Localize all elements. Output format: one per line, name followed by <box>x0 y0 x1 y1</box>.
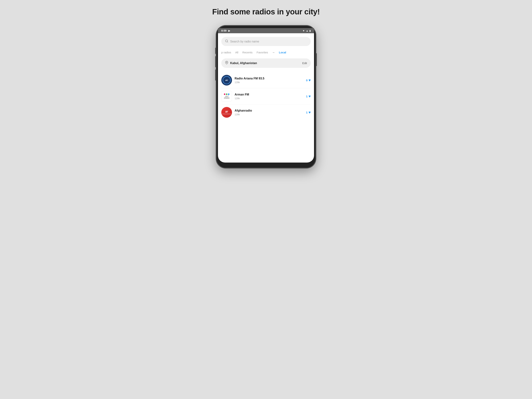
phone-frame: 8:59 ▶ ▼ ▲ ▮ Search by radio name <box>216 25 316 168</box>
search-placeholder: Search by radio name <box>230 40 259 43</box>
favorites-count: 1 <box>306 95 308 98</box>
tab-favorites[interactable]: Favorites <box>257 50 268 55</box>
radio-name: Radio Ariana FM 93.5 <box>234 77 304 80</box>
status-time: 8:59 <box>221 29 227 32</box>
tab-arrow: → <box>272 51 275 54</box>
radio-info-afghan: Afghanradio 128k <box>234 109 304 116</box>
radio-name: Arman FM <box>234 93 304 96</box>
status-icons: ▼ ▲ ▮ <box>302 29 311 32</box>
favorites-count: 1 <box>306 111 308 114</box>
radio-logo-ariana: atr <box>221 75 232 86</box>
radio-item-arman[interactable]: آرمانARMAN Arman FM 128k 1 ♥ <box>221 88 311 104</box>
status-bar: 8:59 ▶ ▼ ▲ ▮ <box>218 28 314 33</box>
radio-info-ariana: Radio Ariana FM 93.5 128k <box>234 77 304 84</box>
location-name: Kabul, Afghanistan <box>230 62 257 65</box>
phone-side-buttons-left <box>215 48 216 81</box>
tab-all[interactable]: All <box>235 50 238 55</box>
phone-screen: Search by radio name p radios All Recent… <box>218 33 314 163</box>
power-button <box>215 48 216 54</box>
radio-item-ariana[interactable]: atr Radio Ariana FM 93.5 128k 0 ♥ <box>221 72 311 88</box>
svg-line-1 <box>227 42 228 42</box>
volume-down-button <box>215 70 216 81</box>
tab-top-radios[interactable]: p radios <box>221 50 231 55</box>
svg-point-2 <box>226 62 227 63</box>
volume-up-button <box>215 56 216 67</box>
radio-bitrate: 128k <box>234 81 304 84</box>
radio-list: atr Radio Ariana FM 93.5 128k 0 ♥ <box>221 72 311 120</box>
tab-recents[interactable]: Recents <box>242 50 253 55</box>
location-bar[interactable]: Kabul, Afghanistan Edit <box>221 58 311 68</box>
radio-item-afghan[interactable]: ar AFGHANRADIO Afghanradio 128k 1 ♥ <box>221 104 311 120</box>
screen-content: Search by radio name p radios All Recent… <box>218 33 314 124</box>
radio-favorites-arman[interactable]: 1 ♥ <box>306 94 311 98</box>
radio-favorites-ariana[interactable]: 0 ♥ <box>306 78 311 82</box>
favorites-count: 0 <box>306 79 308 82</box>
radio-name: Afghanradio <box>234 109 304 112</box>
signal-icon: ▲ <box>306 29 308 32</box>
right-button <box>316 53 317 66</box>
location-pin-icon <box>225 61 228 65</box>
radio-favorites-afghan[interactable]: 1 ♥ <box>306 110 311 114</box>
search-icon <box>225 39 228 44</box>
page-title: Find some radios in your city! <box>212 7 320 16</box>
radio-logo-afghan: ar AFGHANRADIO <box>221 107 232 118</box>
phone-side-buttons-right <box>316 53 317 66</box>
radio-bitrate: 128k <box>234 113 304 116</box>
battery-icon: ▮ <box>309 29 311 32</box>
search-bar[interactable]: Search by radio name <box>221 37 311 46</box>
heart-icon: ♥ <box>309 110 311 114</box>
heart-icon: ♥ <box>309 94 311 98</box>
radio-info-arman: Arman FM 128k <box>234 93 304 100</box>
radio-bitrate: 128k <box>234 97 304 100</box>
location-left: Kabul, Afghanistan <box>225 61 257 65</box>
wifi-icon: ▼ <box>302 29 305 32</box>
tab-local[interactable]: Local <box>279 50 286 55</box>
play-indicator: ▶ <box>228 29 230 32</box>
radio-logo-arman: آرمانARMAN <box>221 91 232 101</box>
location-edit-button[interactable]: Edit <box>302 62 307 65</box>
heart-icon: ♥ <box>309 78 311 82</box>
tab-bar: p radios All Recents Favorites → Local <box>221 50 311 55</box>
